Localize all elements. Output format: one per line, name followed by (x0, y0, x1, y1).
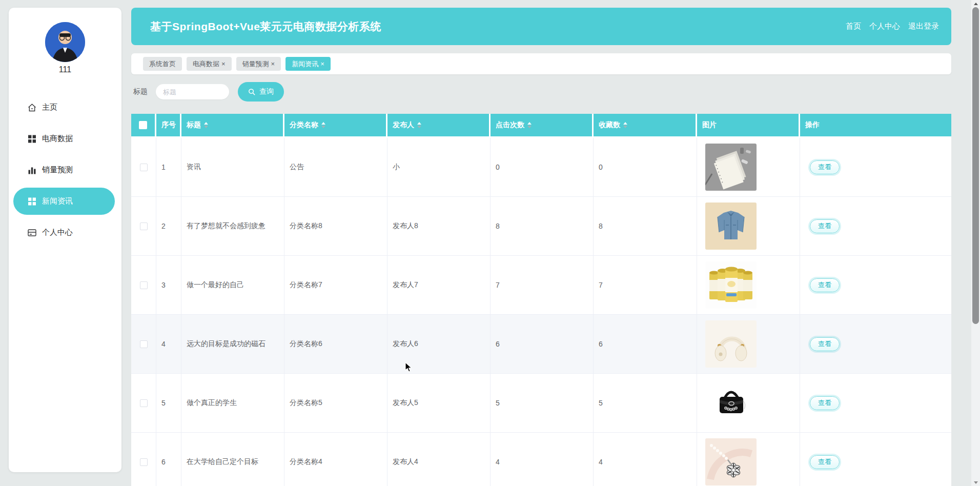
cell-clicks: 6 (491, 315, 594, 374)
column-header-label: 发布人 (393, 120, 414, 130)
nav-link-home[interactable]: 首页 (846, 22, 861, 31)
product-image-necklace (705, 438, 757, 485)
cell-image (697, 138, 800, 197)
search-button-label: 查询 (259, 87, 274, 96)
table-row: 2有了梦想就不会感到疲惫分类名称8发布人888查看 (131, 197, 951, 256)
column-header-label: 分类名称 (290, 120, 318, 130)
view-button[interactable]: 查看 (810, 160, 840, 174)
cell-image (697, 433, 800, 486)
cell-clicks: 8 (491, 197, 594, 256)
cell-title: 做个真正的学生 (181, 374, 284, 433)
header-select-all-cell (131, 114, 156, 136)
product-image-handbag (705, 379, 757, 427)
cell-image (697, 374, 800, 433)
tab-close-icon[interactable]: × (271, 60, 275, 67)
view-button[interactable]: 查看 (810, 337, 840, 351)
sidebar-item-4[interactable]: 新闻资讯 (13, 188, 115, 215)
view-button[interactable]: 查看 (810, 278, 840, 292)
table-row: 5做个真正的学生分类名称5发布人555查看 (131, 374, 951, 433)
scrollbar-track[interactable] (971, 0, 980, 486)
table-row: 3做一个最好的自己分类名称7发布人777查看 (131, 256, 951, 315)
sidebar-item-1[interactable]: 主页 (13, 94, 115, 121)
cell-title: 远大的目标是成功的磁石 (181, 315, 284, 374)
cell-publisher: 小 (387, 138, 491, 197)
sidebar-item-label: 个人中心 (42, 228, 73, 237)
tab-close-icon[interactable]: × (320, 60, 324, 67)
tab-3[interactable]: 销量预测× (236, 57, 281, 71)
tab-label: 新闻资讯 (292, 59, 318, 69)
cell-image (697, 197, 800, 256)
column-header-label: 操作 (805, 120, 820, 130)
grid-icon (27, 134, 37, 144)
avatar (45, 22, 85, 62)
cell-index: 4 (156, 315, 181, 374)
view-button[interactable]: 查看 (810, 219, 840, 233)
column-header-1: 序号 (156, 114, 181, 136)
row-checkbox[interactable] (140, 281, 148, 289)
sort-carets-icon[interactable] (623, 122, 627, 128)
sidebar-item-2[interactable]: 电商数据 (13, 125, 115, 152)
search-button[interactable]: 查询 (238, 82, 284, 102)
row-checkbox[interactable] (140, 222, 148, 230)
sidebar: 111 主页电商数据销量预测新闻资讯个人中心 (9, 8, 121, 472)
cell-index: 5 (156, 374, 181, 433)
tab-close-icon[interactable]: × (221, 60, 226, 67)
cell-favorites: 8 (594, 197, 697, 256)
search-field-label: 标题 (133, 87, 148, 96)
select-all-checkbox[interactable] (139, 121, 147, 129)
table-row: 4远大的目标是成功的磁石分类名称6发布人666查看 (131, 315, 951, 374)
username: 111 (9, 65, 121, 74)
cell-clicks: 7 (491, 256, 594, 315)
cell-index: 2 (156, 197, 181, 256)
row-checkbox[interactable] (140, 399, 148, 407)
search-input[interactable] (156, 84, 229, 99)
cell-action: 查看 (800, 374, 951, 433)
view-button[interactable]: 查看 (810, 396, 840, 410)
sidebar-item-label: 新闻资讯 (42, 196, 73, 206)
sort-carets-icon[interactable] (417, 122, 421, 128)
row-checkbox[interactable] (140, 458, 148, 466)
cell-publisher: 发布人7 (387, 256, 491, 315)
sort-carets-icon[interactable] (204, 122, 208, 128)
cell-category: 分类名称5 (284, 374, 387, 433)
tab-4[interactable]: 新闻资讯× (285, 57, 331, 71)
main-content: 基于SpringBoot+Vue莱元元电商数据分析系统 首页 个人中心 退出登录… (131, 0, 951, 486)
search-icon (248, 88, 256, 96)
table-row: 1资讯公告小00查看 (131, 138, 951, 197)
column-header-label: 点击次数 (496, 120, 524, 130)
sort-carets-icon[interactable] (321, 122, 325, 128)
news-table: 序号标题分类名称发布人点击次数收藏数图片操作 1资讯公告小00查看2有了梦想就不… (131, 114, 951, 486)
cell-category: 公告 (284, 138, 387, 197)
scrollbar-up-arrow-icon[interactable] (971, 0, 980, 7)
cell-image (697, 315, 800, 374)
column-header-label: 标题 (187, 120, 201, 130)
cell-action: 查看 (800, 433, 951, 486)
cell-category: 分类名称7 (284, 256, 387, 315)
product-image-notebooks (705, 144, 757, 191)
row-checkbox[interactable] (140, 164, 148, 171)
scrollbar-down-arrow-icon[interactable] (971, 479, 980, 486)
cell-title: 在大学给自己定个目标 (181, 433, 284, 486)
nav-link-profile[interactable]: 个人中心 (869, 22, 900, 31)
nav-link-logout[interactable]: 退出登录 (908, 22, 939, 31)
tab-2[interactable]: 电商数据× (187, 57, 232, 71)
sort-carets-icon[interactable] (527, 122, 532, 128)
news-table-body: 1资讯公告小00查看2有了梦想就不会感到疲惫分类名称8发布人888查看3做一个最… (131, 138, 951, 486)
scrollbar-thumb[interactable] (972, 7, 979, 324)
view-button[interactable]: 查看 (810, 455, 840, 469)
sidebar-item-5[interactable]: 个人中心 (13, 219, 115, 246)
cell-title: 做一个最好的自己 (181, 256, 284, 315)
column-header-8: 操作 (800, 114, 951, 136)
cell-index: 3 (156, 256, 181, 315)
cell-category: 分类名称8 (284, 197, 387, 256)
sidebar-item-3[interactable]: 销量预测 (13, 156, 115, 184)
cell-publisher: 发布人6 (387, 315, 491, 374)
tab-bar: 系统首页电商数据×销量预测×新闻资讯× (131, 53, 951, 74)
tab-1[interactable]: 系统首页 (143, 57, 182, 71)
row-select-cell (131, 256, 156, 315)
sidebar-item-label: 电商数据 (42, 134, 73, 144)
cell-category: 分类名称4 (284, 433, 387, 486)
row-checkbox[interactable] (140, 340, 148, 348)
product-image-milk-cans (705, 261, 757, 309)
column-header-2: 标题 (181, 114, 284, 136)
